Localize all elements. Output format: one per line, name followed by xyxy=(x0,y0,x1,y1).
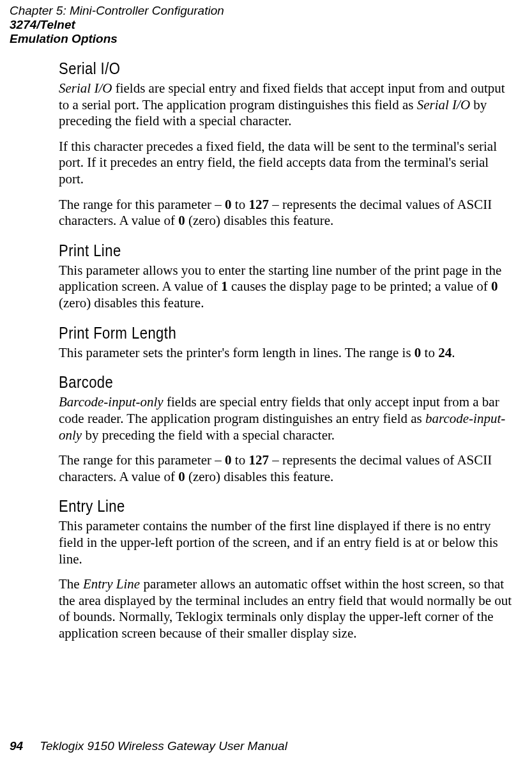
text: The xyxy=(59,576,83,592)
text: 0 xyxy=(414,345,422,360)
text: by preceding the field with a special ch… xyxy=(82,427,335,443)
para-serial-io-3: The range for this parameter – 0 to 127 … xyxy=(59,197,513,229)
text: to xyxy=(232,452,249,468)
header-chapter: Chapter 5: Mini-Controller Configuration xyxy=(10,4,224,18)
text: (zero) disables this feature. xyxy=(185,213,334,228)
text: 0 xyxy=(178,469,185,484)
text: 0 xyxy=(491,279,498,294)
para-barcode-2: The range for this parameter – 0 to 127 … xyxy=(59,452,513,485)
text: Barcode-input-only xyxy=(59,394,163,410)
text: Serial I/O xyxy=(59,80,112,96)
text: . xyxy=(452,345,455,360)
text: 1 xyxy=(221,279,228,294)
para-serial-io-1: Serial I/O fields are special entry and … xyxy=(59,80,513,130)
text: Serial I/O xyxy=(417,97,470,112)
para-print-form-length-1: This parameter sets the printer's form l… xyxy=(59,345,513,362)
para-serial-io-2: If this character precedes a fixed field… xyxy=(59,139,513,188)
text: to xyxy=(232,197,249,212)
text: 127 xyxy=(248,197,269,212)
text: 0 xyxy=(225,452,232,468)
manual-title: Teklogix 9150 Wireless Gateway User Manu… xyxy=(40,739,287,753)
heading-serial-io: Serial I/O xyxy=(59,59,445,79)
text: The range for this parameter – xyxy=(59,197,225,212)
text: causes the display page to be printed; a… xyxy=(228,279,491,294)
page: Chapter 5: Mini-Controller Configuration… xyxy=(0,0,532,766)
text: This parameter sets the printer's form l… xyxy=(59,345,414,360)
text: (zero) disables this feature. xyxy=(59,295,204,310)
page-number: 94 xyxy=(10,739,23,753)
page-footer: 94Teklogix 9150 Wireless Gateway User Ma… xyxy=(10,739,287,753)
para-entry-line-2: The Entry Line parameter allows an autom… xyxy=(59,576,513,641)
text: to xyxy=(421,345,438,360)
text: (zero) disables this feature. xyxy=(185,469,334,484)
para-entry-line-1: This parameter contains the number of th… xyxy=(59,518,513,567)
text: 0 xyxy=(225,197,232,212)
text: 127 xyxy=(248,452,269,468)
header-section-1: 3274/Telnet xyxy=(10,18,224,32)
text: 24 xyxy=(438,345,452,360)
para-print-line-1: This parameter allows you to enter the s… xyxy=(59,263,513,312)
text: 0 xyxy=(178,213,185,228)
page-header: Chapter 5: Mini-Controller Configuration… xyxy=(10,4,224,46)
heading-barcode: Barcode xyxy=(59,372,445,392)
text: Entry Line xyxy=(83,576,140,592)
content: Serial I/O Serial I/O fields are special… xyxy=(59,59,513,651)
text: The range for this parameter – xyxy=(59,452,225,468)
heading-entry-line: Entry Line xyxy=(59,496,445,516)
header-section-2: Emulation Options xyxy=(10,32,224,46)
heading-print-form-length: Print Form Length xyxy=(59,323,445,343)
heading-print-line: Print Line xyxy=(59,241,445,261)
para-barcode-1: Barcode-input-only fields are special en… xyxy=(59,394,513,443)
